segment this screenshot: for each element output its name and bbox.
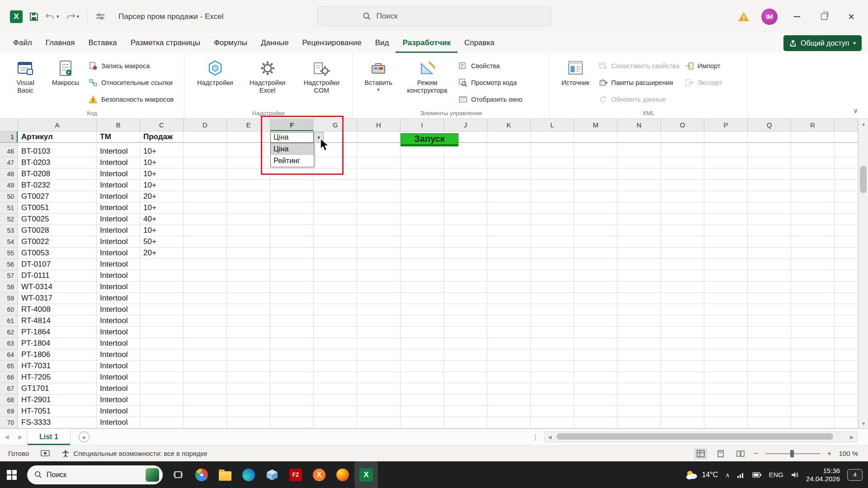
row-header[interactable]: 51	[0, 202, 18, 214]
cell[interactable]	[227, 372, 270, 383]
cell[interactable]	[574, 202, 618, 214]
cell[interactable]	[748, 349, 791, 361]
cell[interactable]	[574, 315, 618, 327]
cell[interactable]	[227, 338, 270, 349]
cell[interactable]	[791, 338, 835, 349]
cell[interactable]	[704, 304, 748, 315]
cell[interactable]: Артикул	[18, 131, 97, 143]
cell[interactable]	[184, 349, 227, 361]
cell[interactable]	[314, 293, 357, 304]
row-header[interactable]: 69	[0, 406, 18, 417]
properties-button[interactable]: Свойства	[456, 57, 525, 74]
column-header-E[interactable]: E	[227, 119, 270, 131]
cell[interactable]	[444, 406, 487, 417]
cell[interactable]	[574, 236, 618, 248]
cell[interactable]	[791, 248, 835, 259]
cell[interactable]: Intertool	[97, 349, 140, 361]
cell[interactable]: HT-7205	[18, 372, 97, 383]
cell[interactable]	[444, 157, 487, 169]
cell[interactable]	[357, 361, 401, 372]
cell[interactable]	[314, 383, 357, 394]
cell[interactable]	[835, 191, 858, 202]
cell[interactable]	[835, 169, 858, 180]
taskbar-explorer-icon[interactable]	[213, 461, 237, 488]
cell[interactable]	[401, 270, 444, 282]
row-header[interactable]: 61	[0, 315, 18, 327]
cell[interactable]	[574, 338, 618, 349]
undo-button[interactable]: ▾	[45, 12, 59, 21]
cell[interactable]	[444, 191, 487, 202]
visual-basic-button[interactable]: Visual Basic	[5, 55, 45, 94]
addins-button[interactable]: Надстройки	[190, 55, 241, 87]
cell[interactable]	[574, 406, 618, 417]
expansion-packs-button[interactable]: Пакеты расширения	[596, 74, 682, 91]
office-search-box[interactable]: Поиск	[317, 6, 551, 26]
cell[interactable]	[444, 372, 487, 383]
cell[interactable]	[314, 236, 357, 248]
cell[interactable]	[314, 270, 357, 282]
cell[interactable]	[270, 406, 314, 417]
cell[interactable]	[314, 180, 357, 191]
sheet-tab-list1[interactable]: List 1	[27, 429, 71, 445]
cell[interactable]	[704, 225, 748, 236]
cell[interactable]	[270, 236, 314, 248]
row-header[interactable]	[0, 143, 18, 146]
cell[interactable]	[791, 202, 835, 214]
cell[interactable]	[531, 417, 574, 428]
cell[interactable]	[574, 293, 618, 304]
excel-app-icon[interactable]: X	[10, 10, 23, 23]
cell[interactable]	[487, 202, 531, 214]
cell[interactable]	[835, 406, 858, 417]
cell[interactable]	[618, 394, 661, 406]
share-button[interactable]: Общий доступ ▾	[783, 35, 862, 51]
cell[interactable]: RT-4008	[18, 304, 97, 315]
cell[interactable]	[704, 361, 748, 372]
cell[interactable]: 10+	[140, 180, 184, 191]
cell[interactable]	[401, 248, 444, 259]
cell[interactable]: FS-3333	[18, 417, 97, 428]
cell[interactable]: Intertool	[97, 327, 140, 338]
cell[interactable]	[835, 293, 858, 304]
cell[interactable]	[444, 394, 487, 406]
cell[interactable]	[531, 394, 574, 406]
cell[interactable]	[140, 406, 184, 417]
cell[interactable]	[531, 293, 574, 304]
cell[interactable]	[574, 327, 618, 338]
cell[interactable]	[618, 169, 661, 180]
cell[interactable]	[531, 146, 574, 157]
cell[interactable]	[791, 293, 835, 304]
cell[interactable]	[748, 270, 791, 282]
run-macro-button[interactable]: Запуск	[401, 133, 458, 146]
cell[interactable]	[574, 349, 618, 361]
cell[interactable]	[748, 417, 791, 428]
cell[interactable]	[574, 417, 618, 428]
cell[interactable]: HT-7051	[18, 406, 97, 417]
chevron-down-icon[interactable]: ▾	[77, 14, 80, 19]
row-header[interactable]: 67	[0, 383, 18, 394]
cell[interactable]	[661, 214, 704, 225]
account-avatar[interactable]: IM	[761, 9, 778, 25]
cell[interactable]	[531, 270, 574, 282]
cell[interactable]	[140, 293, 184, 304]
cell[interactable]	[444, 417, 487, 428]
cell[interactable]	[401, 157, 444, 169]
tab-page-layout[interactable]: Разметка страницы	[124, 33, 207, 53]
cell[interactable]	[357, 225, 401, 236]
cell[interactable]	[227, 383, 270, 394]
cell[interactable]	[791, 180, 835, 191]
cell[interactable]: Intertool	[97, 157, 140, 169]
cell[interactable]	[835, 225, 858, 236]
notification-badge[interactable]: 4	[847, 469, 863, 481]
cell[interactable]	[401, 372, 444, 383]
cell[interactable]	[618, 202, 661, 214]
cell[interactable]	[791, 406, 835, 417]
macro-record-icon[interactable]	[41, 450, 50, 457]
cell[interactable]	[487, 169, 531, 180]
column-header-H[interactable]: H	[357, 119, 401, 131]
combobox-option[interactable]: Рейтинг	[271, 155, 314, 167]
cell[interactable]	[704, 406, 748, 417]
cell[interactable]	[574, 131, 618, 143]
cell[interactable]	[444, 383, 487, 394]
cell[interactable]	[618, 293, 661, 304]
cell[interactable]	[357, 293, 401, 304]
